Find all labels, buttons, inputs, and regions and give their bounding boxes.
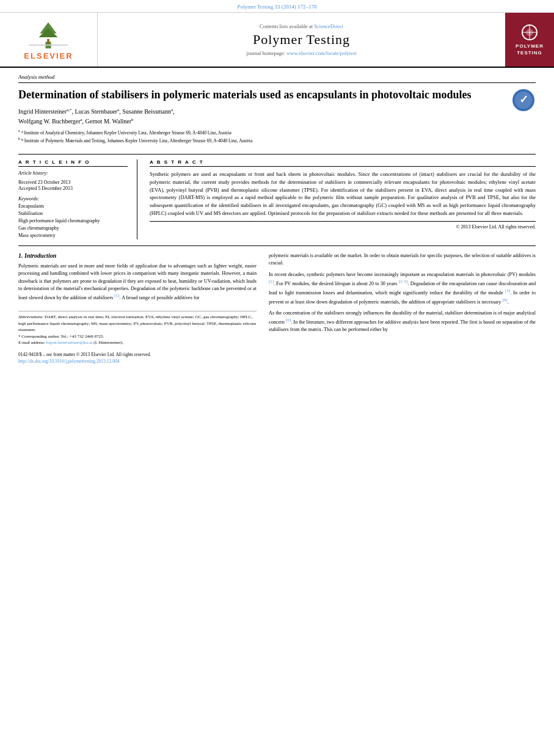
intro-para2: polymeric materials is available on the … xyxy=(269,252,536,267)
elsevier-logo: ELSEVIER xyxy=(24,20,73,60)
keywords-list: Encapsulants Stabilisation High performa… xyxy=(18,203,128,239)
copyright-footer-text: 0142-9418/$ – see front matter © 2013 El… xyxy=(18,351,257,358)
elsevier-tree-icon xyxy=(27,20,70,50)
accepted-date: Accepted 5 December 2013 xyxy=(18,186,128,191)
svg-rect-4 xyxy=(29,44,68,45)
abbreviations-footnote: Abbreviations: DART, direct analysis in … xyxy=(18,314,257,333)
article-title-text: Determination of stabilisers in polymeri… xyxy=(18,88,505,148)
keyword-5: Mass spectrometry xyxy=(18,232,128,239)
doi-footer-link: http://dx.doi.org/10.1016/j.polymertesti… xyxy=(18,358,257,365)
email-link[interactable]: Ingrid.hintersteiner@jku.at xyxy=(46,340,93,345)
journal-center: Contents lists available at ScienceDirec… xyxy=(98,13,505,67)
intro-heading: 1. Introduction xyxy=(18,252,257,259)
article-title: Determination of stabilisers in polymeri… xyxy=(18,88,505,102)
polymer-testing-logo-icon xyxy=(516,23,544,42)
journal-logo-right: POLYMER TESTING xyxy=(505,13,554,67)
crossmark-logo[interactable]: ✓ xyxy=(511,88,536,112)
elsevier-text: ELSEVIER xyxy=(24,51,73,60)
doi-link[interactable]: http://dx.doi.org/10.1016/j.polymertesti… xyxy=(18,358,119,364)
body-left-col: 1. Introduction Polymeric materials are … xyxy=(18,252,257,365)
journal-homepage: journal homepage: www.elsevier.com/locat… xyxy=(246,50,356,56)
ref-1: [1] xyxy=(114,293,119,298)
affiliations: a ᵃ Institute of Analytical Chemistry, J… xyxy=(18,128,505,144)
intro-para4: As the concentration of the stabilisers … xyxy=(269,310,536,334)
page-wrapper: Polymer Testing 33 (2014) 172–178 ELSEVI… xyxy=(0,0,554,371)
keywords-label: Keywords: xyxy=(18,196,128,202)
authors: Ingrid Hintersteinera,*, Lucas Sternbaue… xyxy=(18,107,505,126)
article-content: Analysis method Determination of stabili… xyxy=(0,68,554,245)
article-info-column: A R T I C L E I N F O Article history: R… xyxy=(18,159,137,239)
doi-text: Polymer Testing 33 (2014) 172–178 xyxy=(237,4,316,10)
intro-para1: Polymeric materials are used in more and… xyxy=(18,263,257,302)
ref-2: [2] xyxy=(269,279,274,284)
separator-line xyxy=(18,154,536,154)
abstract-text: Synthetic polymers are used as encapsula… xyxy=(150,170,536,217)
svg-text:✓: ✓ xyxy=(519,93,528,106)
polymer-logo-text: POLYMER TESTING xyxy=(516,43,544,56)
keyword-4: Gas chromatography xyxy=(18,225,128,232)
keyword-2: Stabilisation xyxy=(18,210,128,217)
footnote-section: Abbreviations: DART, direct analysis in … xyxy=(18,311,257,346)
science-direct-anchor[interactable]: ScienceDirect xyxy=(314,23,343,29)
journal-title: Polymer Testing xyxy=(253,32,350,48)
elsevier-logo-section: ELSEVIER xyxy=(0,13,98,67)
journal-homepage-link[interactable]: www.elsevier.com/locate/polytest xyxy=(286,50,357,56)
svg-rect-1 xyxy=(48,38,50,43)
keyword-1: Encapsulants xyxy=(18,203,128,210)
corresponding-author-footnote: * Corresponding author. Tel.: +43 732 24… xyxy=(18,333,257,340)
article-info-label: A R T I C L E I N F O xyxy=(18,159,128,167)
article-history-label: Article history: xyxy=(18,170,128,176)
main-body: 1. Introduction Polymeric materials are … xyxy=(0,246,554,371)
abstract-copyright: © 2013 Elsevier Ltd. All rights reserved… xyxy=(150,221,536,230)
received-date: Received 23 October 2013 xyxy=(18,180,128,185)
crossmark-icon: ✓ xyxy=(511,88,536,112)
ref-3-5: [3–5] xyxy=(398,279,407,284)
doi-bar: Polymer Testing 33 (2014) 172–178 xyxy=(0,0,554,13)
body-right-col: polymeric materials is available on the … xyxy=(269,252,536,365)
journal-header: ELSEVIER Contents lists available at Sci… xyxy=(0,13,554,68)
abstract-label: A B S T R A C T xyxy=(150,159,536,167)
article-type: Analysis method xyxy=(18,74,536,83)
article-title-section: Determination of stabilisers in polymeri… xyxy=(18,88,536,148)
email-footnote: E-mail address: Ingrid.hintersteiner@jku… xyxy=(18,340,257,346)
science-direct-link: Contents lists available at ScienceDirec… xyxy=(260,23,343,29)
intro-para3: In recent decades, synthetic polymers ha… xyxy=(269,271,536,306)
info-abstract-section: A R T I C L E I N F O Article history: R… xyxy=(18,159,536,239)
copyright-footer: 0142-9418/$ – see front matter © 2013 El… xyxy=(18,351,257,365)
ref-5: [5] xyxy=(505,288,510,293)
keyword-3: High performance liquid chromatography xyxy=(18,217,128,225)
ref-6: [6] xyxy=(502,297,507,302)
ref-6b: [6] xyxy=(286,318,291,322)
abstract-column: A B S T R A C T Synthetic polymers are u… xyxy=(150,159,536,239)
